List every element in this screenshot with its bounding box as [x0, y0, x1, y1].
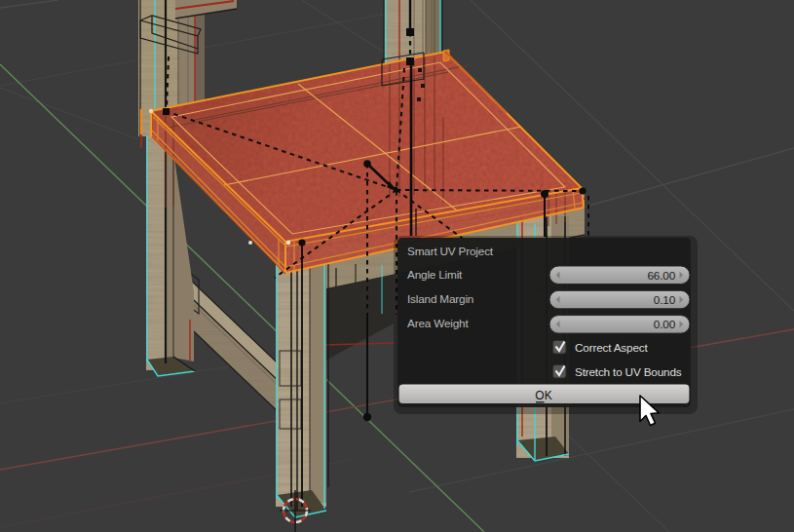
- svg-text:Smart UV Project: Smart UV Project: [407, 245, 494, 258]
- svg-text:Stretch to UV Bounds: Stretch to UV Bounds: [575, 365, 682, 379]
- svg-text:Area Weight: Area Weight: [407, 317, 469, 330]
- svg-text:0.10: 0.10: [654, 293, 676, 307]
- svg-text:Angle Limit: Angle Limit: [407, 268, 463, 282]
- svg-text:Island Margin: Island Margin: [407, 292, 473, 306]
- svg-text:0.00: 0.00: [654, 318, 676, 331]
- svg-text:OK: OK: [535, 389, 551, 402]
- svg-text:66.00: 66.00: [647, 269, 675, 283]
- svg-text:Correct Aspect: Correct Aspect: [575, 341, 648, 355]
